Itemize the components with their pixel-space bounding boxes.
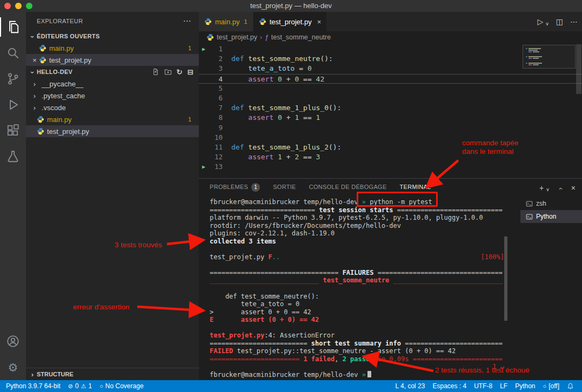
- panel-tab[interactable]: TERMINAL: [400, 184, 431, 192]
- panel-tab[interactable]: CONSOLE DE DÉBOGAGE: [309, 184, 387, 192]
- activity-settings-button[interactable]: ⚙: [0, 354, 26, 380]
- activity-run-debug-button[interactable]: [0, 92, 26, 118]
- python-file-icon: [259, 18, 266, 25]
- status-bar-right: L 4, col 23Espaces : 4UTF-8LFPython○[off…: [392, 380, 582, 392]
- minimap[interactable]: [526, 46, 573, 67]
- close-panel-button[interactable]: ×: [571, 184, 576, 192]
- status-label: No Coverage: [105, 382, 144, 390]
- maximize-panel-button[interactable]: ›: [556, 184, 564, 193]
- terminal-instance[interactable]: Python: [520, 210, 582, 223]
- activity-account-button[interactable]: [0, 328, 26, 354]
- open-editor-item[interactable]: main.py1: [26, 42, 199, 54]
- code-line[interactable]: 4 assert 0 + 0 == 42: [199, 74, 582, 84]
- terminal-line: FAILED test_projet.py::test_somme_neutre…: [210, 347, 504, 355]
- close-editor-icon[interactable]: ×: [30, 56, 39, 64]
- terminal-instance[interactable]: zsh: [520, 197, 582, 210]
- run-test-icon[interactable]: ▶: [199, 162, 209, 172]
- error-icon: ⊘: [68, 383, 73, 389]
- file-name: test_projet.py: [47, 127, 89, 136]
- code-line[interactable]: 12 assert 1 + 2 == 3: [199, 152, 582, 162]
- terminal-dropdown-icon[interactable]: ∨: [546, 187, 550, 192]
- beaker-icon: [6, 150, 20, 164]
- run-dropdown-icon[interactable]: ∨: [545, 21, 549, 26]
- activity-search-button[interactable]: [0, 40, 26, 66]
- refresh-icon[interactable]: ↻: [177, 68, 183, 76]
- terminal-scrollbar[interactable]: [504, 236, 507, 321]
- editor-more-actions-icon[interactable]: ⋯: [570, 17, 578, 26]
- status-label: UTF-8: [474, 382, 492, 390]
- code-line[interactable]: 9: [199, 123, 582, 133]
- terminal-line: E assert (0 + 0) == 42: [210, 316, 504, 324]
- open-editors-section-header[interactable]: › ÉDITEURS OUVERTS: [26, 30, 199, 42]
- editor-tab[interactable]: test_projet.py×: [253, 12, 327, 31]
- breadcrumb-file[interactable]: test_projet.py: [217, 33, 257, 41]
- status-notifications[interactable]: [563, 380, 578, 392]
- folder-item[interactable]: ›.pytest_cache: [26, 90, 199, 102]
- gutter-space: [199, 143, 209, 152]
- status-eol[interactable]: LF: [496, 380, 511, 392]
- panel-tab[interactable]: SORTIE: [273, 184, 296, 192]
- panel-tab-label: PROBLÈMES: [210, 184, 248, 192]
- status-cursor-position[interactable]: L 4, col 23: [392, 380, 429, 392]
- status-indentation[interactable]: Espaces : 4: [429, 380, 470, 392]
- code-text: def test_somme_1_plus_2():: [231, 143, 342, 152]
- terminal-output[interactable]: fbrucker@macminibrucker temp/hello-dev »…: [210, 197, 504, 379]
- more-actions-icon[interactable]: ⋯: [183, 12, 191, 30]
- new-terminal-button[interactable]: +: [539, 184, 544, 192]
- folder-actions: ↻ ⊟: [152, 66, 193, 78]
- status-coverage[interactable]: ○No Coverage: [96, 380, 147, 392]
- gutter-space: [199, 54, 209, 64]
- git-branch-icon: [6, 72, 20, 86]
- gutter-space: [199, 93, 209, 103]
- editor-tab[interactable]: main.py1: [199, 12, 253, 31]
- run-file-button[interactable]: ▷: [537, 17, 543, 26]
- activity-explorer-button[interactable]: [0, 14, 26, 40]
- status-problems[interactable]: ⊘0⚠1: [64, 380, 96, 392]
- collapse-all-icon[interactable]: ⊟: [188, 68, 193, 76]
- problems-count-badge: 1: [188, 45, 199, 51]
- status-language-mode[interactable]: Python: [511, 380, 539, 392]
- code-line[interactable]: 5: [199, 84, 582, 93]
- new-folder-icon[interactable]: [164, 68, 172, 76]
- close-tab-icon[interactable]: ×: [317, 18, 322, 26]
- code-editor[interactable]: ▶12def test_somme_neutre():3 tete_a_toto…: [199, 43, 582, 179]
- gutter-space: [199, 84, 209, 93]
- editor-scrollbar[interactable]: [576, 44, 581, 94]
- python-file-icon: [37, 127, 44, 135]
- open-editor-item[interactable]: ×test_projet.py: [26, 54, 199, 66]
- terminal-name: Python: [536, 213, 556, 220]
- activity-testing-button[interactable]: [0, 144, 26, 170]
- breadcrumb-symbol[interactable]: test_somme_neutre: [271, 33, 331, 41]
- code-line[interactable]: 11def test_somme_1_plus_2():: [199, 143, 582, 152]
- folder-item[interactable]: ›__pycache__: [26, 78, 199, 90]
- activity-source-control-button[interactable]: [0, 66, 26, 92]
- line-number: 9: [209, 123, 223, 133]
- file-item[interactable]: main.py1: [26, 113, 199, 125]
- python-file-icon: [39, 44, 46, 52]
- code-line[interactable]: 8 assert 0 + 1 == 1: [199, 113, 582, 123]
- code-line[interactable]: ▶13: [199, 162, 582, 172]
- split-editor-button[interactable]: ◫: [556, 17, 563, 26]
- run-test-icon[interactable]: ▶: [199, 44, 209, 54]
- status-encoding[interactable]: UTF-8: [470, 380, 496, 392]
- folder-item[interactable]: ›.vscode: [26, 102, 199, 113]
- line-number: 12: [209, 152, 223, 162]
- panel-tab[interactable]: PROBLÈMES1: [210, 183, 260, 193]
- line-number: 3: [209, 64, 223, 73]
- status-label: Python: [515, 382, 535, 390]
- new-file-icon[interactable]: [152, 68, 159, 76]
- line-number: 2: [209, 54, 223, 64]
- file-item[interactable]: test_projet.py: [26, 125, 199, 137]
- folder-section-header[interactable]: › HELLO-DEV ↻ ⊟: [26, 66, 199, 78]
- code-line[interactable]: 10: [199, 133, 582, 143]
- status-watch[interactable]: ○[off]: [539, 380, 563, 392]
- code-line[interactable]: 7def test_somme_1_plus_0():: [199, 103, 582, 113]
- terminal-name: zsh: [536, 200, 546, 207]
- activity-extensions-button[interactable]: [0, 118, 26, 144]
- status-python-version[interactable]: Python 3.9.7 64-bit: [2, 380, 64, 392]
- python-file-icon: [39, 56, 46, 64]
- file-name: .vscode: [42, 104, 66, 112]
- structure-section-header[interactable]: › STRUCTURE: [26, 368, 199, 380]
- code-line[interactable]: 6: [199, 93, 582, 103]
- terminal-line: platform darwin -- Python 3.9.7, pytest-…: [210, 214, 504, 222]
